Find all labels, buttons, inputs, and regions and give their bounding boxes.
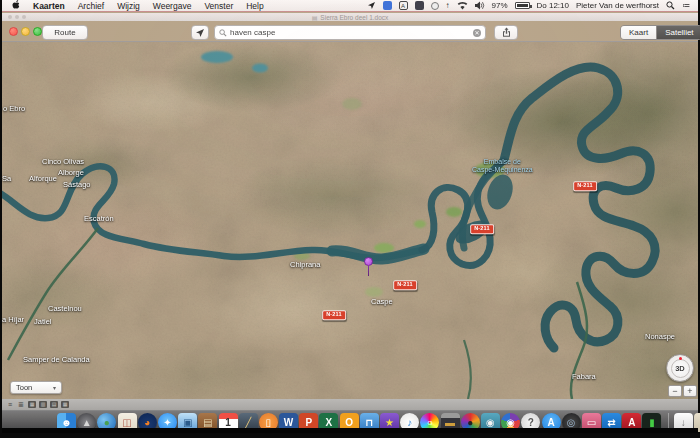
view-switcher-icon[interactable]: ▦: [61, 401, 69, 408]
menu-item-help[interactable]: Help: [246, 1, 263, 11]
dropped-pin[interactable]: [364, 257, 373, 279]
menu-item-kaarten[interactable]: Kaarten: [33, 1, 65, 11]
spotlight-icon[interactable]: [666, 1, 675, 11]
view-switcher-icon[interactable]: ▥: [39, 401, 47, 408]
satellite-map[interactable]: o EbroCinco OlivasAlborgeSaAlforqueSásta…: [2, 42, 698, 399]
blue-app-icon[interactable]: [383, 1, 392, 10]
menu-item-archief[interactable]: Archief: [78, 1, 104, 11]
menu-items: KaartenArchiefWijzigWeergaveVensterHelp: [33, 1, 264, 11]
apple-menu-icon[interactable]: [12, 0, 20, 11]
view-switcher-icon[interactable]: ≣: [17, 401, 25, 408]
document-icon: ▤: [312, 14, 318, 21]
map-label-sa: Sa: [2, 175, 11, 184]
view-switcher-icon[interactable]: ▦: [28, 401, 36, 408]
input-source-icon[interactable]: A: [399, 1, 408, 10]
map-label-caspe: Caspe: [371, 298, 393, 307]
search-field-container: ✕: [214, 25, 486, 40]
show-dropdown-label: Toon: [16, 383, 32, 392]
map-label-escatr-n: Escatrón: [84, 215, 114, 224]
search-input[interactable]: [227, 28, 473, 37]
road-badge-n-211: N-211: [393, 280, 417, 290]
view-switcher-icon[interactable]: ≡: [6, 401, 14, 408]
zoom-out-button[interactable]: −: [668, 385, 682, 397]
search-icon: [219, 29, 227, 37]
user-menu[interactable]: Pieter Van de werfhorst: [576, 1, 659, 10]
minimize-window-button[interactable]: [21, 27, 30, 36]
map-label-o-ebro: o Ebro: [3, 105, 25, 114]
map-label-fabara: Fabara: [572, 373, 596, 382]
screen-content: KaartenArchiefWijzigWeergaveVensterHelp …: [2, 0, 698, 433]
route-button[interactable]: Route: [42, 25, 88, 40]
map-label-chiprana: Chiprana: [290, 261, 320, 270]
view-switcher-icons: ≡≣▦▥▤▦: [2, 399, 698, 410]
menu-bar: KaartenArchiefWijzigWeergaveVensterHelp …: [2, 0, 698, 12]
map-type-kaart[interactable]: Kaart: [621, 26, 657, 39]
map-label-nonaspe: Nonaspe: [645, 333, 675, 342]
menu-item-wijzig[interactable]: Wijzig: [117, 1, 140, 11]
up-arrow-icon[interactable]: ↑: [446, 1, 450, 11]
zoom-controls: − +: [668, 385, 697, 397]
three-d-label: 3D: [671, 359, 690, 378]
volume-icon[interactable]: [475, 1, 485, 11]
background-window-traffic-lights: [8, 15, 26, 19]
share-button[interactable]: [494, 25, 518, 40]
menu-item-venster[interactable]: Venster: [204, 1, 233, 11]
screen-sharing-icon[interactable]: [415, 1, 424, 10]
battery-icon[interactable]: [515, 2, 530, 9]
screen-bottom-edge: [2, 428, 698, 433]
locate-arrow-icon: [195, 28, 205, 38]
location-arrow-icon[interactable]: [367, 1, 376, 11]
clock-menu-icon[interactable]: [431, 2, 439, 10]
menu-clock[interactable]: Do 12:10: [537, 1, 569, 10]
map-label-alborge: Alborge: [58, 169, 84, 178]
show-dropdown[interactable]: Toon ▾: [10, 381, 62, 394]
road-badge-n-211: N-211: [322, 310, 346, 320]
locate-me-button[interactable]: [191, 25, 209, 40]
map-label-alforque: Alforque: [29, 175, 57, 184]
menu-status-area: A ↑ 97% Do 12:10 Pieter Van de werfhorst…: [367, 1, 699, 11]
clear-search-icon[interactable]: ✕: [473, 29, 481, 37]
chevron-down-icon: ▾: [53, 384, 56, 391]
background-window-title: Sierra Ebro deel 1.docx: [320, 14, 388, 21]
map-label-embalse-de: Embalse de Caspe-Mequinenza: [472, 158, 533, 174]
road-badge-n-211: N-211: [470, 224, 494, 234]
map-label-samper-de-calanda: Samper de Calanda: [23, 356, 90, 365]
share-icon: [502, 27, 511, 38]
window-traffic-lights: [9, 27, 42, 36]
map-label-jatiel: Jatiel: [34, 318, 52, 327]
wifi-icon[interactable]: [457, 1, 468, 11]
menu-item-weergave[interactable]: Weergave: [153, 1, 192, 11]
background-window-statusbar: ≡≣▦▥▤▦: [2, 399, 698, 410]
map-label-s-stago: Sástago: [63, 181, 91, 190]
background-window-titlebar[interactable]: ▤ Sierra Ebro deel 1.docx: [2, 13, 698, 21]
battery-percent: 97%: [492, 1, 508, 10]
map-label-cinco-olivas: Cinco Olivas: [42, 158, 84, 167]
zoom-window-button[interactable]: [33, 27, 42, 36]
map-label-a-h-jar: a Híjar: [2, 316, 24, 325]
map-type-satelliet[interactable]: Satelliet: [657, 26, 700, 39]
view-switcher-icon[interactable]: ▤: [50, 401, 58, 408]
desktop-screen: KaartenArchiefWijzigWeergaveVensterHelp …: [0, 0, 700, 438]
zoom-in-button[interactable]: +: [683, 385, 697, 397]
notification-center-icon[interactable]: ≔: [682, 1, 690, 11]
pin-stem: [368, 265, 370, 276]
menu-left: KaartenArchiefWijzigWeergaveVensterHelp: [2, 0, 264, 11]
close-window-button[interactable]: [9, 27, 18, 36]
map-type-segmented-control: Kaart Satelliet: [620, 25, 700, 40]
compass-3d-control[interactable]: 3D: [666, 354, 694, 382]
map-label-castelnou: Castelnou: [48, 305, 82, 314]
north-indicator-icon: [679, 357, 682, 360]
maps-toolbar: Route ✕ Kaart Satelliet: [2, 21, 698, 42]
road-badge-n-211: N-211: [573, 181, 597, 191]
